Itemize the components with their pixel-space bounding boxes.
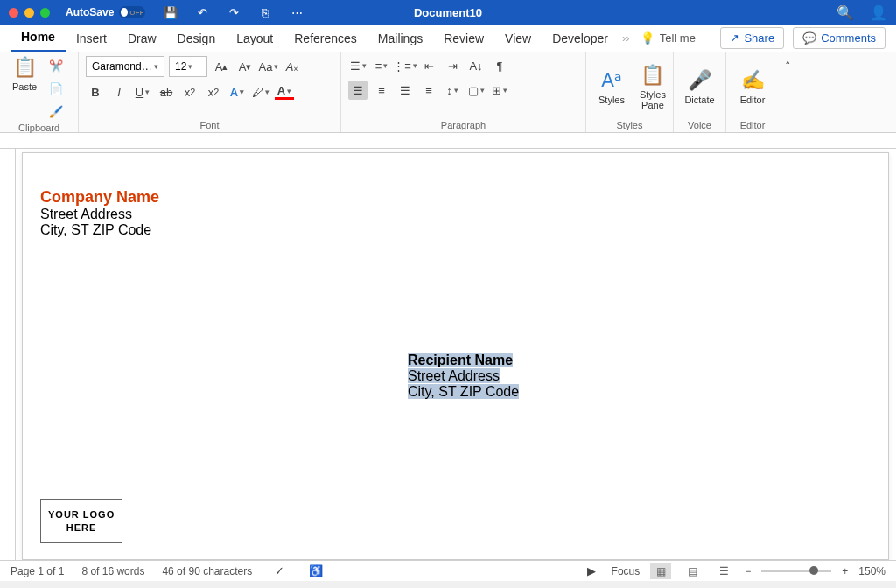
numbering-icon[interactable]: ≡▾ — [372, 56, 391, 75]
share-button[interactable]: ↗Share — [720, 27, 784, 49]
text-effects-icon[interactable]: A▾ — [228, 82, 247, 102]
page-count[interactable]: Page 1 of 1 — [10, 565, 64, 578]
tab-review[interactable]: Review — [433, 24, 494, 52]
accessibility-icon[interactable]: ♿ — [306, 562, 326, 581]
subscript-icon[interactable]: x2 — [180, 82, 200, 102]
recipient-name[interactable]: Recipient Name — [408, 353, 513, 368]
share-icon: ↗ — [730, 32, 739, 45]
change-case-icon[interactable]: Aa▾ — [259, 57, 278, 76]
save-icon[interactable]: 💾 — [161, 3, 180, 22]
sender-city[interactable]: City, ST ZIP Code — [40, 222, 871, 238]
document-title: Document10 — [414, 6, 482, 19]
zoom-in-button[interactable]: + — [842, 565, 848, 578]
shading-icon[interactable]: ▢▾ — [466, 80, 486, 100]
line-spacing-icon[interactable]: ↕▾ — [443, 80, 462, 100]
sort-icon[interactable]: A↓ — [466, 56, 486, 75]
styles-pane-icon: 📋 — [640, 64, 664, 87]
bold-icon[interactable]: B — [86, 82, 105, 102]
tab-home[interactable]: Home — [10, 24, 66, 52]
collapse-ribbon-icon[interactable]: ˄ — [779, 56, 796, 75]
group-editor-label: Editor — [733, 118, 772, 130]
ellipsis-icon[interactable]: ⋯ — [287, 3, 306, 22]
align-center-icon[interactable]: ≡ — [372, 80, 391, 100]
company-name[interactable]: Company Name — [40, 188, 871, 206]
styles-button[interactable]: AᵃStyles — [593, 69, 630, 105]
page[interactable]: Company Name Street Address City, ST ZIP… — [22, 152, 889, 560]
vertical-ruler[interactable] — [0, 149, 16, 560]
font-color-icon[interactable]: A▾ — [275, 84, 294, 100]
styles-icon: Aᵃ — [601, 69, 622, 92]
styles-pane-button[interactable]: 📋Styles Pane — [634, 64, 671, 110]
multilevel-list-icon[interactable]: ⋮≡▾ — [396, 56, 415, 75]
autosave-toggle[interactable]: AutoSave OFF — [66, 6, 145, 18]
tab-layout[interactable]: Layout — [226, 24, 284, 52]
logo-placeholder[interactable]: YOUR LOGO HERE — [40, 499, 122, 543]
align-right-icon[interactable]: ☰ — [396, 80, 415, 100]
account-icon[interactable]: 👤 — [870, 4, 887, 21]
search-icon[interactable]: 🔍 — [836, 4, 854, 21]
clear-formatting-icon[interactable]: Aₓ — [283, 57, 302, 76]
zoom-level[interactable]: 150% — [858, 565, 886, 578]
comments-button[interactable]: 💬Comments — [793, 27, 886, 49]
undo-icon[interactable]: ↶ — [192, 3, 212, 22]
tab-references[interactable]: References — [284, 24, 368, 52]
paste-icon: 📋 — [13, 56, 37, 79]
strikethrough-icon[interactable]: ab — [157, 82, 176, 102]
minimize-window-button[interactable] — [24, 8, 34, 18]
copy-icon[interactable]: 📄 — [46, 79, 66, 98]
tab-insert[interactable]: Insert — [66, 24, 117, 52]
recipient-city[interactable]: City, ST ZIP Code — [408, 384, 519, 399]
sync-icon[interactable]: ⎘ — [256, 3, 275, 22]
sender-block[interactable]: Company Name Street Address City, ST ZIP… — [40, 188, 871, 238]
word-count[interactable]: 8 of 16 words — [81, 565, 144, 578]
format-painter-icon[interactable]: 🖌️ — [46, 102, 66, 121]
font-name-select[interactable]: Garamond…▾ — [86, 56, 164, 77]
maximize-window-button[interactable] — [40, 8, 50, 18]
justify-icon[interactable]: ≡ — [419, 80, 438, 100]
show-marks-icon[interactable]: ¶ — [490, 56, 509, 75]
superscript-icon[interactable]: x2 — [204, 82, 223, 102]
web-layout-view-icon[interactable]: ▤ — [682, 564, 703, 579]
outline-view-icon[interactable]: ☰ — [713, 564, 734, 579]
borders-icon[interactable]: ⊞▾ — [490, 80, 509, 100]
spellcheck-icon[interactable]: ✓ — [270, 562, 289, 581]
tab-developer[interactable]: Developer — [542, 24, 619, 52]
char-count[interactable]: 46 of 90 characters — [162, 565, 252, 578]
close-window-button[interactable] — [9, 8, 18, 18]
lightbulb-icon: 💡 — [640, 32, 654, 45]
recipient-block[interactable]: Recipient Name Street Address City, ST Z… — [408, 353, 519, 400]
microphone-icon: 🎤 — [688, 69, 711, 92]
highlight-icon[interactable]: 🖊▾ — [251, 82, 270, 102]
document-canvas: Company Name Street Address City, ST ZIP… — [0, 133, 896, 560]
increase-font-icon[interactable]: A▴ — [212, 57, 231, 76]
dictate-button[interactable]: 🎤Dictate — [681, 56, 718, 118]
tab-draw[interactable]: Draw — [117, 24, 167, 52]
editor-button[interactable]: ✍️Editor — [733, 56, 772, 118]
decrease-indent-icon[interactable]: ⇤ — [419, 56, 438, 75]
sender-street[interactable]: Street Address — [40, 206, 871, 222]
horizontal-ruler[interactable] — [0, 133, 896, 149]
zoom-slider[interactable] — [761, 570, 831, 572]
focus-mode[interactable]: Focus — [612, 565, 640, 578]
underline-icon[interactable]: U▾ — [133, 82, 152, 102]
editor-icon: ✍️ — [741, 69, 765, 92]
group-font-label: Font — [86, 118, 333, 130]
paste-button[interactable]: 📋 Paste — [7, 56, 42, 92]
group-clipboard-label: Clipboard — [7, 121, 71, 133]
font-size-select[interactable]: 12▾ — [169, 56, 207, 77]
tell-me-search[interactable]: 💡 Tell me — [640, 32, 696, 45]
redo-icon[interactable]: ↷ — [224, 3, 243, 22]
recipient-street[interactable]: Street Address — [408, 368, 500, 383]
zoom-out-button[interactable]: − — [745, 565, 751, 578]
macro-icon[interactable]: ▶ — [582, 562, 601, 581]
bullets-icon[interactable]: ☰▾ — [348, 56, 368, 75]
tab-design[interactable]: Design — [167, 24, 227, 52]
print-layout-view-icon[interactable]: ▦ — [650, 564, 671, 579]
italic-icon[interactable]: I — [109, 82, 129, 102]
decrease-font-icon[interactable]: A▾ — [235, 57, 255, 76]
cut-icon[interactable]: ✂️ — [46, 56, 66, 75]
tab-mailings[interactable]: Mailings — [368, 24, 433, 52]
tab-view[interactable]: View — [494, 24, 542, 52]
increase-indent-icon[interactable]: ⇥ — [443, 56, 462, 75]
align-left-icon[interactable]: ☰ — [348, 80, 368, 100]
